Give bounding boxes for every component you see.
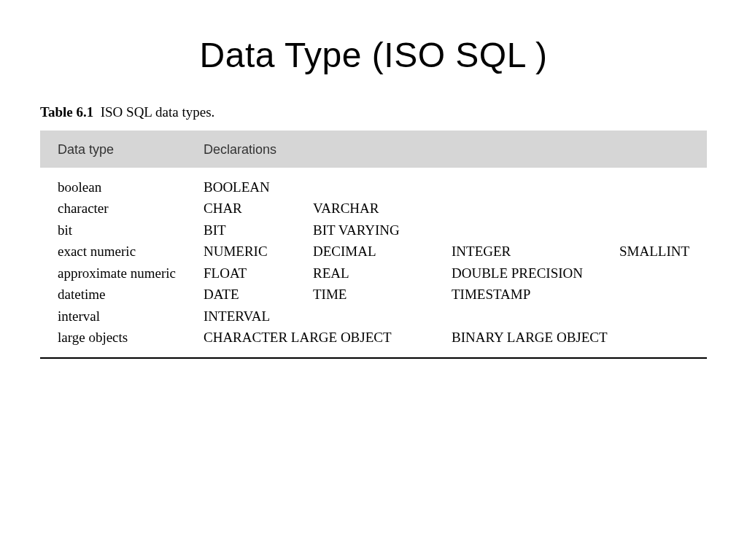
cell-decl: BIT [204,219,313,241]
cell-decl: REAL [313,262,452,284]
cell-type: exact numeric [58,241,204,262]
cell-decl: DECIMAL [313,241,452,262]
cell-type: boolean [58,176,204,198]
table-caption: Table 6.1 ISO SQL data types. [0,104,747,131]
cell-decl: BOOLEAN [204,176,313,198]
cell-decl: TIME [313,284,452,305]
header-declarations: Declarations [204,142,313,158]
cell-decl: SMALLINT [619,241,689,262]
table-row: interval INTERVAL [40,306,707,327]
cell-decl: FLOAT [204,262,313,284]
table-row: character CHAR VARCHAR [40,198,707,219]
table-row: bit BIT BIT VARYING [40,219,707,241]
cell-decl: VARCHAR [313,198,452,219]
page-title: Data Type (ISO SQL ) [0,0,747,104]
cell-type: character [58,198,204,219]
cell-decl: DATE [204,284,313,305]
cell-decl: INTERVAL [204,306,313,327]
cell-type: approximate numeric [58,262,204,284]
table-body: boolean BOOLEAN character CHAR VARCHAR b… [40,168,707,359]
data-types-table: Data type Declarations boolean BOOLEAN c… [40,131,707,359]
table-header: Data type Declarations [40,131,707,168]
cell-decl: CHAR [204,198,313,219]
cell-type: bit [58,219,204,241]
cell-type: interval [58,306,204,327]
caption-text: ISO SQL data types. [101,104,215,120]
table-row: boolean BOOLEAN [40,176,707,198]
table-row: exact numeric NUMERIC DECIMAL INTEGER SM… [40,241,707,262]
cell-type: large objects [58,327,204,348]
header-data-type: Data type [40,142,204,158]
caption-label: Table 6.1 [40,104,93,120]
cell-decl: BINARY LARGE OBJECT [452,327,619,348]
cell-decl: TIMESTAMP [452,284,619,305]
cell-decl: NUMERIC [204,241,313,262]
cell-decl: BIT VARYING [313,219,452,241]
cell-decl: INTEGER [452,241,619,262]
slide: Data Type (ISO SQL ) Table 6.1 ISO SQL d… [0,0,747,560]
table-row: approximate numeric FLOAT REAL DOUBLE PR… [40,262,707,284]
cell-decl: DOUBLE PRECISION [452,262,619,284]
table-row: datetime DATE TIME TIMESTAMP [40,284,707,305]
cell-type: datetime [58,284,204,305]
cell-decl: CHARACTER LARGE OBJECT [204,327,452,348]
table-row: large objects CHARACTER LARGE OBJECT BIN… [40,327,707,348]
